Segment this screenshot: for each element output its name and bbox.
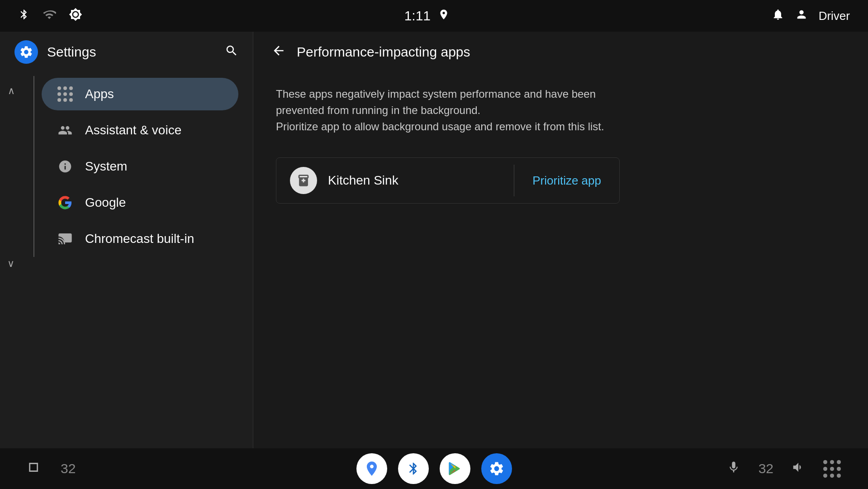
wifi-icon bbox=[43, 8, 56, 24]
status-bar-left bbox=[18, 6, 82, 26]
driver-label: Driver bbox=[819, 9, 850, 23]
app-icon-kitchen-sink bbox=[290, 167, 317, 194]
brightness-icon bbox=[69, 8, 82, 24]
bluetooth-icon bbox=[18, 6, 30, 26]
nav-collapsible-group: ∧ Apps bbox=[0, 76, 253, 257]
apps-grid-icon bbox=[56, 86, 74, 102]
right-panel: Performance-impacting apps These apps ne… bbox=[253, 32, 868, 448]
nav-list: ∧ Apps bbox=[0, 72, 253, 448]
settings-title: Settings bbox=[47, 44, 96, 60]
bottom-left: 32 bbox=[27, 460, 356, 478]
app-info: Kitchen Sink bbox=[276, 158, 514, 203]
bottom-left-number: 32 bbox=[61, 461, 76, 476]
chevron-down-icon[interactable]: ∨ bbox=[7, 258, 14, 269]
account-icon bbox=[795, 8, 808, 24]
status-bar-right: Driver bbox=[772, 8, 850, 24]
system-label: System bbox=[85, 159, 127, 174]
nav-chevron-controls: ∧ bbox=[0, 76, 23, 96]
chevron-up-icon[interactable]: ∧ bbox=[8, 86, 15, 96]
google-icon bbox=[56, 195, 74, 210]
apps-label: Apps bbox=[85, 87, 114, 101]
system-info-icon bbox=[56, 159, 74, 174]
bottom-right-number: 32 bbox=[759, 461, 773, 476]
bluetooth-app-icon[interactable] bbox=[398, 453, 429, 484]
nav-sub-items: Apps Assistant & voice bbox=[34, 76, 246, 257]
bottom-right: 32 bbox=[512, 460, 841, 478]
sidebar-item-system[interactable]: System bbox=[42, 150, 238, 183]
sidebar-item-apps[interactable]: Apps bbox=[42, 78, 238, 110]
time-display: 1:11 bbox=[404, 8, 431, 24]
maps-app-icon[interactable] bbox=[356, 453, 387, 484]
bottom-bar: 32 bbox=[0, 448, 868, 489]
settings-header: Settings bbox=[0, 32, 253, 72]
app-list-item: Kitchen Sink Prioritize app bbox=[276, 157, 620, 204]
cast-icon bbox=[56, 232, 74, 246]
settings-app-icon[interactable] bbox=[481, 453, 512, 484]
description-text: These apps negatively impact system perf… bbox=[276, 86, 620, 135]
assistant-label: Assistant & voice bbox=[85, 123, 181, 138]
search-icon[interactable] bbox=[225, 44, 238, 61]
notification-icon bbox=[772, 8, 784, 24]
volume-icon[interactable] bbox=[792, 461, 805, 477]
play-store-app-icon[interactable] bbox=[440, 453, 470, 484]
chromecast-label: Chromecast built-in bbox=[85, 232, 194, 246]
settings-logo bbox=[14, 40, 38, 64]
google-label: Google bbox=[85, 195, 126, 210]
microphone-icon[interactable] bbox=[727, 460, 740, 478]
sidebar-item-chromecast[interactable]: Chromecast built-in bbox=[42, 223, 238, 255]
recent-apps-icon[interactable] bbox=[27, 460, 43, 478]
assistant-icon bbox=[56, 123, 74, 138]
sidebar-item-assistant[interactable]: Assistant & voice bbox=[42, 114, 238, 147]
back-button[interactable] bbox=[271, 43, 286, 61]
page-title: Performance-impacting apps bbox=[297, 44, 470, 60]
prioritize-app-button[interactable]: Prioritize app bbox=[514, 165, 619, 197]
status-bar: 1:11 Driver bbox=[0, 0, 868, 32]
launcher-icon[interactable] bbox=[823, 460, 841, 478]
status-bar-center: 1:11 bbox=[404, 8, 450, 24]
right-content: These apps negatively impact system perf… bbox=[253, 72, 868, 448]
bottom-center bbox=[356, 453, 512, 484]
location-icon bbox=[438, 8, 450, 24]
sidebar-item-google[interactable]: Google bbox=[42, 186, 238, 219]
left-panel: Settings ∧ bbox=[0, 32, 253, 448]
main-layout: Settings ∧ bbox=[0, 32, 868, 448]
settings-title-group: Settings bbox=[14, 40, 96, 64]
right-header: Performance-impacting apps bbox=[253, 32, 868, 72]
app-name-kitchen-sink: Kitchen Sink bbox=[328, 173, 398, 188]
